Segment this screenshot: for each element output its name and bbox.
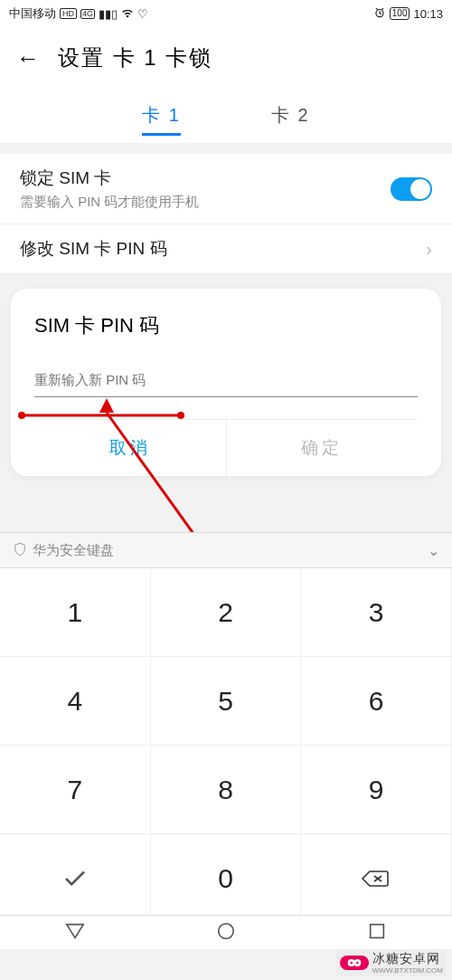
page-header: ← 设置 卡 1 卡锁 xyxy=(0,27,452,81)
tab-sim2[interactable]: 卡 2 xyxy=(271,103,310,136)
nav-back-button[interactable] xyxy=(65,921,85,945)
battery-icon: 100 xyxy=(390,7,410,20)
shield-icon xyxy=(13,542,27,559)
watermark: 冰糖安卓网 WWW.BTXTDM.COM xyxy=(336,949,447,976)
settings-list: 锁定 SIM 卡 需要输入 PIN 码才能使用手机 修改 SIM 卡 PIN 码… xyxy=(0,154,452,274)
page-title: 设置 卡 1 卡锁 xyxy=(58,43,212,72)
cancel-button[interactable]: 取消 xyxy=(34,420,227,476)
lte-icon: 4G xyxy=(80,9,95,19)
status-bar: 中国移动 HD 4G ▮▮▯ ♡ 100 10:13 xyxy=(0,0,452,27)
change-pin-row[interactable]: 修改 SIM 卡 PIN 码 › xyxy=(0,224,452,274)
key-backspace[interactable] xyxy=(301,834,452,923)
numeric-keypad: 1 2 3 4 5 6 7 8 9 0 xyxy=(0,568,452,923)
hd-icon: HD xyxy=(60,8,77,19)
key-5[interactable]: 5 xyxy=(151,657,302,746)
watermark-logo-icon xyxy=(340,956,369,970)
pin-input[interactable] xyxy=(34,366,418,397)
nav-recents-button[interactable] xyxy=(367,921,387,945)
key-0[interactable]: 0 xyxy=(151,834,302,923)
dialog-title: SIM 卡 PIN 码 xyxy=(34,312,418,339)
ok-button[interactable]: 确定 xyxy=(227,420,419,476)
chevron-right-icon: › xyxy=(426,239,432,260)
clock-label: 10:13 xyxy=(413,7,443,21)
key-3[interactable]: 3 xyxy=(301,568,452,657)
key-7[interactable]: 7 xyxy=(0,746,151,834)
tab-sim1[interactable]: 卡 1 xyxy=(142,103,181,136)
svg-point-11 xyxy=(350,962,353,965)
key-6[interactable]: 6 xyxy=(301,657,452,746)
system-nav-bar xyxy=(0,915,452,949)
key-done[interactable] xyxy=(0,834,151,923)
svg-point-7 xyxy=(219,923,234,938)
alarm-icon xyxy=(373,6,386,22)
signal-icon: ▮▮▯ xyxy=(99,7,118,21)
keyboard-collapse-button[interactable]: ⌄ xyxy=(428,542,439,559)
watermark-url: WWW.BTXTDM.COM xyxy=(372,967,443,975)
pin-dialog: SIM 卡 PIN 码 取消 确定 xyxy=(11,289,441,476)
lock-sim-title: 锁定 SIM 卡 xyxy=(20,167,199,190)
key-9[interactable]: 9 xyxy=(301,746,452,834)
lock-sim-toggle[interactable] xyxy=(391,177,432,201)
key-8[interactable]: 8 xyxy=(151,746,302,834)
change-pin-label: 修改 SIM 卡 PIN 码 xyxy=(20,237,167,261)
svg-point-12 xyxy=(356,962,359,965)
sim-tabs: 卡 1 卡 2 xyxy=(0,81,452,143)
key-4[interactable]: 4 xyxy=(0,657,151,746)
key-2[interactable]: 2 xyxy=(151,568,302,657)
keyboard-toolbar: 华为安全键盘 ⌄ xyxy=(0,532,452,568)
back-button[interactable]: ← xyxy=(16,44,40,72)
lock-sim-row: 锁定 SIM 卡 需要输入 PIN 码才能使用手机 xyxy=(0,154,452,224)
health-icon: ♡ xyxy=(137,7,148,21)
wifi-icon xyxy=(121,7,134,21)
keyboard-label: 华为安全键盘 xyxy=(33,542,114,559)
key-1[interactable]: 1 xyxy=(0,568,151,657)
lock-sim-subtitle: 需要输入 PIN 码才能使用手机 xyxy=(20,194,199,211)
svg-rect-8 xyxy=(370,924,383,937)
nav-home-button[interactable] xyxy=(216,921,236,945)
carrier-label: 中国移动 xyxy=(9,5,56,22)
watermark-text: 冰糖安卓网 xyxy=(372,951,440,966)
